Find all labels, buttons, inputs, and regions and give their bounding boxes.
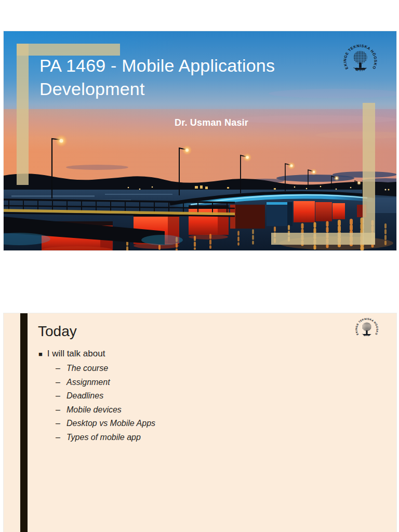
dash-bullet: – <box>56 391 66 401</box>
list-item: –The course <box>56 362 155 376</box>
bullet-item: ■ I will talk about <box>38 349 105 359</box>
slide-1-title-page: BLEKINGE TEKNISKA HÖGSKOLA · BTH · PA 14… <box>4 31 396 250</box>
dash-bullet: – <box>56 364 66 373</box>
list-item-label: Desktop vs Mobile Apps <box>66 419 155 428</box>
dash-bullet: – <box>56 419 66 428</box>
list-item-label: Assignment <box>66 378 110 387</box>
accent-bracket-bottomright-horizontal <box>271 233 375 245</box>
slide-title: PA 1469 - Mobile Applications Developmen… <box>39 54 275 101</box>
logo-tree-crown <box>362 323 371 331</box>
accent-bracket-bottomright-vertical <box>363 103 375 245</box>
slide-2-today: BLEKINGE TEKNISKA HÖGSKOLA · BTH · Today… <box>4 313 396 532</box>
bth-university-logo: BLEKINGE TEKNISKA HÖGSKOLA · BTH · <box>341 42 379 80</box>
slide-title-line2: Development <box>39 77 275 101</box>
slide-subtitle-author: Dr. Usman Nasir <box>134 117 289 128</box>
list-item: –Desktop vs Mobile Apps <box>56 417 155 431</box>
slide-title-line1: PA 1469 - Mobile Applications <box>39 54 275 77</box>
list-item-label: The course <box>66 364 108 373</box>
slide-accent-bar <box>20 313 28 532</box>
dash-bullet: – <box>56 378 66 387</box>
slide-title: Today <box>38 322 77 341</box>
logo-tree-crown <box>353 51 367 64</box>
square-bullet-icon: ■ <box>38 350 43 358</box>
list-item: –Assignment <box>56 376 155 390</box>
sub-bullet-list: –The course –Assignment –Deadlines –Mobi… <box>56 362 155 444</box>
list-item-label: Deadlines <box>66 391 103 401</box>
list-item: –Mobile devices <box>56 403 155 417</box>
accent-bracket-topleft-vertical <box>17 44 29 185</box>
document-viewer[interactable]: BLEKINGE TEKNISKA HÖGSKOLA · BTH · PA 14… <box>0 0 399 532</box>
list-item-label: Mobile devices <box>66 405 122 415</box>
dash-bullet: – <box>56 405 66 415</box>
bullet-label: I will talk about <box>47 349 105 359</box>
bth-university-logo: BLEKINGE TEKNISKA HÖGSKOLA · BTH · <box>354 316 380 342</box>
list-item: –Deadlines <box>56 389 155 403</box>
dash-bullet: – <box>56 433 66 442</box>
list-item: –Types of mobile app <box>56 431 155 445</box>
list-item-label: Types of mobile app <box>66 433 141 442</box>
